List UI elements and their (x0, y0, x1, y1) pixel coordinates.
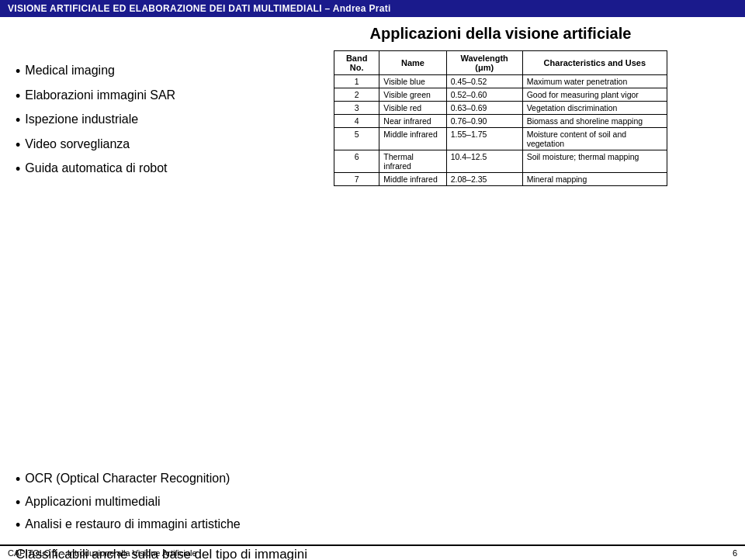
cell-name: Visible blue (379, 75, 446, 88)
list-item: • Analisi e restauro di immagini artisti… (16, 517, 729, 534)
bullet-text: Medical imaging (25, 64, 115, 78)
cell-char: Vegetation discrimination (522, 102, 667, 115)
cell-wavelength: 0.76–0.90 (446, 115, 522, 128)
bullet-text: Applicazioni multimediali (25, 495, 160, 509)
cell-band: 2 (334, 88, 379, 102)
cell-char: Biomass and shoreline mapping (522, 115, 667, 128)
bullet-text: OCR (Optical Character Recognition) (25, 472, 230, 486)
bullet-icon: • (16, 495, 20, 512)
footer-left: CAPITOLO 1 – Introduzione alla Visione A… (8, 548, 197, 558)
cell-name: Near infrared (379, 115, 446, 128)
main-content: • Medical imaging • Elaborazioni immagin… (0, 17, 745, 467)
cell-char: Good for measuring plant vigor (522, 88, 667, 102)
cell-name: Middle infrared (379, 173, 446, 186)
table-row: 7 Middle infrared 2.08–2.35 Mineral mapp… (334, 173, 667, 186)
footer-page-number: 6 (733, 548, 737, 558)
table-row: 2 Visible green 0.52–0.60 Good for measu… (334, 88, 667, 102)
cell-band: 3 (334, 102, 379, 115)
table-row: 1 Visible blue 0.45–0.52 Maximum water p… (334, 75, 667, 88)
cell-char: Soil moisture; thermal mapping (522, 150, 667, 173)
page-footer: CAPITOLO 1 – Introduzione alla Visione A… (0, 544, 745, 560)
cell-char: Mineral mapping (522, 173, 667, 186)
cell-band: 7 (334, 173, 379, 186)
table-row: 5 Middle infrared 1.55–1.75 Moisture con… (334, 128, 667, 150)
table-header-name: Name (379, 51, 446, 75)
cell-name: Visible red (379, 102, 446, 115)
cell-name: Visible green (379, 88, 446, 102)
list-item: • Medical imaging (16, 64, 256, 81)
cell-wavelength: 1.55–1.75 (446, 128, 522, 150)
section-title: Applicazioni della visione artificiale (370, 25, 632, 43)
right-column: Applicazioni della visione artificiale B… (272, 25, 729, 459)
bullet-icon: • (16, 161, 20, 178)
table-header-band: Band No. (334, 51, 379, 75)
bottom-bullets: • OCR (Optical Character Recognition) • … (0, 467, 745, 544)
table-header-wavelength: Wavelength (μm) (446, 51, 522, 75)
cell-band: 6 (334, 150, 379, 173)
list-item: • Guida automatica di robot (16, 161, 256, 178)
bullet-icon: • (16, 472, 20, 489)
bullet-icon: • (16, 64, 20, 81)
cell-wavelength: 0.45–0.52 (446, 75, 522, 88)
cell-name: Middle infrared (379, 128, 446, 150)
cell-band: 4 (334, 115, 379, 128)
left-column: • Medical imaging • Elaborazioni immagin… (16, 25, 256, 459)
list-item: • Elaborazioni immagini SAR (16, 88, 256, 105)
cell-band: 5 (334, 128, 379, 150)
cell-char: Maximum water penetration (522, 75, 667, 88)
bullet-icon: • (16, 517, 20, 534)
cell-wavelength: 10.4–12.5 (446, 150, 522, 173)
table-row: 3 Visible red 0.63–0.69 Vegetation discr… (334, 102, 667, 115)
cell-wavelength: 2.08–2.35 (446, 173, 522, 186)
page-header: VISIONE ARTIFICIALE ED ELABORAZIONE DEI … (0, 0, 745, 17)
cell-band: 1 (334, 75, 379, 88)
header-text: VISIONE ARTIFICIALE ED ELABORAZIONE DEI … (8, 3, 391, 14)
list-item: • Applicazioni multimediali (16, 495, 729, 512)
band-table: Band No. Name Wavelength (μm) Characteri… (334, 50, 667, 186)
cell-wavelength: 0.52–0.60 (446, 88, 522, 102)
table-row: 4 Near infrared 0.76–0.90 Biomass and sh… (334, 115, 667, 128)
table-row: 6 Thermal infrared 10.4–12.5 Soil moistu… (334, 150, 667, 173)
table-header-characteristics: Characteristics and Uses (522, 51, 667, 75)
bullet-text: Ispezione industriale (25, 112, 138, 126)
bullet-text: Elaborazioni immagini SAR (25, 88, 175, 102)
cell-char: Moisture content of soil and vegetation (522, 128, 667, 150)
bullet-icon: • (16, 88, 20, 105)
cell-name: Thermal infrared (379, 150, 446, 173)
bullet-text: Guida automatica di robot (25, 161, 167, 175)
list-item: • Ispezione industriale (16, 112, 256, 130)
bullet-icon: • (16, 137, 20, 154)
bullet-text: Analisi e restauro di immagini artistich… (25, 517, 240, 531)
bullet-icon: • (16, 112, 20, 130)
cell-wavelength: 0.63–0.69 (446, 102, 522, 115)
list-item: • Video sorveglianza (16, 137, 256, 154)
bullet-text: Video sorveglianza (25, 137, 130, 151)
list-item: • OCR (Optical Character Recognition) (16, 472, 729, 489)
